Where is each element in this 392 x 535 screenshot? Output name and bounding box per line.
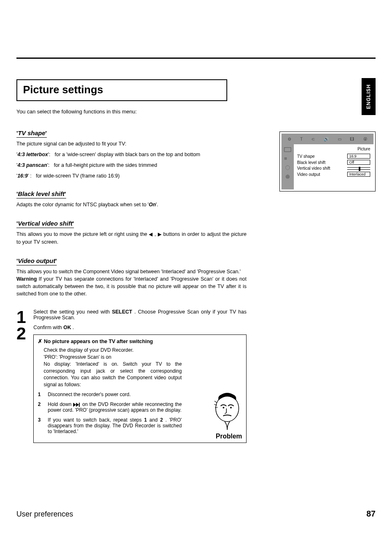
- heading-text: Video output: [18, 257, 55, 264]
- osd-label: TV shape: [297, 154, 315, 159]
- footer-title: User preferences: [16, 510, 73, 519]
- vertical-shift-text: This allows you to move the picture left…: [16, 231, 247, 246]
- heading-video-output: 'Video output': [16, 257, 57, 265]
- svg-point-4: [223, 407, 224, 408]
- svg-rect-2: [79, 403, 80, 407]
- page-title: Picture settings: [23, 83, 103, 96]
- osd-row-tvshape: TV shape 16:9: [297, 154, 370, 159]
- problem-step-1: 1Disconnect the recorder's power cord.: [38, 392, 182, 397]
- heading-vertical-shift: 'Vertical video shift': [16, 220, 74, 228]
- osd-topbar: ⚙ T ⊂ 🔊 ▭ 🎞 ⦿: [281, 134, 374, 144]
- svg-point-5: [230, 407, 232, 408]
- svg-rect-7: [284, 157, 287, 160]
- svg-marker-1: [76, 403, 79, 407]
- heading-text: Black level shift: [18, 190, 65, 197]
- right-arrow-icon: ▶: [158, 231, 162, 237]
- problem-steps: 1Disconnect the recorder's power cord. 2…: [38, 392, 182, 434]
- osd-screenshot: ⚙ T ⊂ 🔊 ▭ 🎞 ⦿ Picture TV shape 16:9 Blac…: [279, 131, 376, 191]
- worried-face-icon: [212, 392, 242, 431]
- def: for a full-height picture with the sides…: [54, 162, 157, 168]
- heading-text: Vertical video shift: [18, 220, 73, 227]
- osd-sidebar: [281, 144, 294, 189]
- osd-top-icon: ▭: [338, 137, 341, 141]
- step-2-text: Confirm with OK .: [33, 325, 247, 330]
- tv-shape-text: The picture signal can be adjusted to fi…: [16, 140, 247, 148]
- osd-heading: Picture: [297, 147, 370, 151]
- footer: User preferences 87: [16, 509, 376, 519]
- problem-body: Check the display of your DVD Recorder. …: [38, 347, 182, 388]
- top-rule: [16, 58, 376, 59]
- heading-black-level: 'Black level shift': [16, 190, 66, 198]
- section-vertical-shift: 'Vertical video shift' This allows you t…: [16, 220, 247, 246]
- problem-step-3: 3If you want to switch back, repeat step…: [38, 417, 182, 434]
- osd-label: Video output: [297, 172, 320, 177]
- left-arrow-icon: ◀: [149, 231, 153, 237]
- osd-top-icon: ⊂: [311, 137, 315, 141]
- problem-box: No picture appears on the TV after switc…: [33, 334, 247, 443]
- disc-icon: [284, 165, 291, 171]
- osd-label: Vertical video shift: [297, 166, 330, 171]
- step-num-1: 1: [16, 309, 26, 325]
- section-tv-shape: 'TV shape' The picture signal can be adj…: [16, 129, 247, 179]
- select-button-label: SELECT: [112, 309, 132, 315]
- language-tab: ENGLISH: [362, 78, 376, 115]
- osd-value: Interlaced: [347, 172, 370, 177]
- osd-value: 16:9: [347, 154, 370, 159]
- warning-label: Warning: [16, 276, 37, 282]
- rec-icon: [284, 174, 291, 180]
- osd-row-blacklevel: Black level shift Off: [297, 160, 370, 165]
- skip-forward-icon: [73, 401, 81, 407]
- page-number: 87: [367, 509, 376, 519]
- ok-button-label: OK: [63, 325, 71, 330]
- black-level-text: Adapts the color dynamic for NTSC playba…: [16, 201, 247, 208]
- osd-slider: [347, 167, 370, 170]
- osd-top-icon: T: [300, 137, 303, 141]
- osd-top-icon: ⦿: [363, 137, 367, 141]
- section-black-level: 'Black level shift' Adapts the color dyn…: [16, 190, 247, 208]
- tv-icon: [284, 147, 291, 152]
- problem-step-2: 2Hold down on the DVD Recorder while rec…: [38, 401, 182, 413]
- svg-rect-6: [284, 148, 291, 152]
- osd-label: Black level shift: [297, 160, 325, 165]
- step-body: Select the setting you need with SELECT …: [33, 309, 247, 443]
- svg-point-8: [286, 166, 290, 170]
- step-numbers: 1 2: [16, 309, 26, 443]
- osd-top-icon: 🔊: [324, 137, 329, 141]
- osd-row-videoout: Video output Interlaced: [297, 172, 370, 177]
- svg-marker-0: [73, 403, 76, 407]
- def: for wide-screen TV (frame ratio 16:9): [36, 173, 120, 179]
- osd-row-vshift: Vertical video shift: [297, 166, 370, 171]
- osd-value: Off: [347, 160, 370, 165]
- problem-title: No picture appears on the TV after switc…: [38, 338, 242, 344]
- option-169: '16:9' : for wide-screen TV (frame ratio…: [16, 173, 247, 179]
- osd-top-icon: ⚙: [288, 137, 291, 141]
- title-box: Picture settings: [16, 79, 227, 101]
- osd-panel: Picture TV shape 16:9 Black level shift …: [294, 144, 374, 189]
- steps: 1 2 Select the setting you need with SEL…: [16, 309, 247, 443]
- step-num-2: 2: [16, 325, 26, 342]
- option-letterbox: '4:3 letterbox': for a 'wide-screen' dis…: [16, 152, 247, 157]
- term: 4:3 panscan: [17, 162, 47, 168]
- option-panscan: '4:3 panscan': for a full-height picture…: [16, 162, 247, 168]
- heading-tv-shape: 'TV shape': [16, 129, 47, 138]
- language-tab-text: ENGLISH: [366, 84, 371, 109]
- osd-top-icon: 🎞: [350, 137, 354, 141]
- problem-label: Problem: [216, 433, 242, 440]
- video-output-p1: This allows you to switch the Component …: [16, 268, 247, 275]
- step-1-text: Select the setting you need with SELECT …: [33, 309, 247, 321]
- heading-tv-shape-text: TV shape: [18, 129, 46, 136]
- sound-icon: [284, 156, 291, 161]
- video-output-warning: Warning If your TV has separate connecti…: [16, 275, 247, 297]
- term: 16:9: [17, 173, 28, 179]
- svg-point-9: [286, 175, 290, 179]
- tv-shape-options: '4:3 letterbox': for a 'wide-screen' dis…: [16, 152, 247, 179]
- intro-text: You can select the following functions i…: [16, 108, 376, 115]
- term: 4:3 letterbox: [17, 152, 48, 157]
- def: for a 'wide-screen' display with black b…: [55, 152, 200, 157]
- section-video-output: 'Video output' This allows you to switch…: [16, 257, 247, 298]
